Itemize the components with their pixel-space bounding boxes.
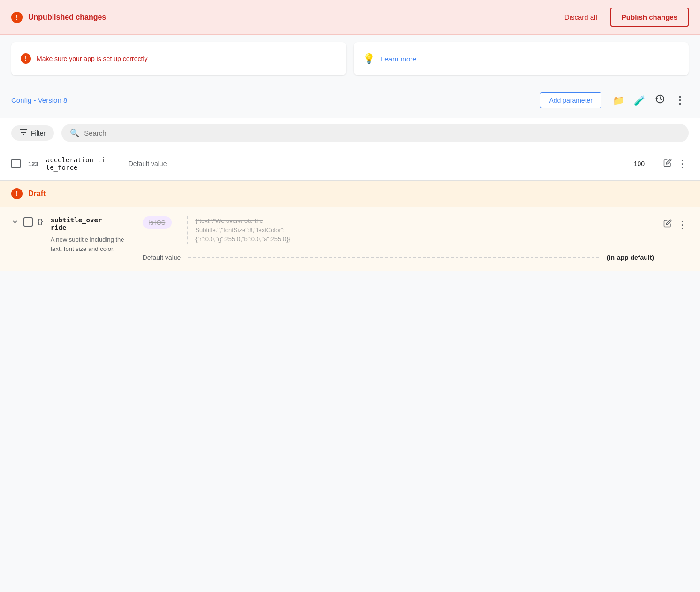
draft-warning-icon: ! — [11, 188, 23, 199]
card-warning-text: Make sure your app is set up correctly — [37, 55, 148, 62]
draft-label: Draft — [28, 190, 46, 198]
draft-row-actions: ⋮ — [662, 216, 689, 261]
default-value-label: Default value — [129, 160, 175, 167]
param-value: 100 — [183, 160, 654, 167]
type-icon: 123 — [28, 160, 38, 167]
collapse-chevron-icon[interactable] — [11, 216, 19, 228]
card-warning-icon: ! — [21, 53, 31, 64]
default-label-draft: Default value — [143, 254, 181, 261]
flask-icon-button[interactable]: 🧪 — [630, 91, 649, 110]
row-more-button[interactable]: ⋮ — [676, 156, 689, 171]
search-input[interactable] — [84, 129, 680, 137]
row-checkbox[interactable] — [11, 159, 21, 168]
default-row: Default value (in-app default) — [143, 254, 654, 261]
draft-param-row: {} subtitle_override A new subtitle incl… — [0, 207, 700, 271]
history-icon — [655, 94, 665, 106]
draft-more-icon: ⋮ — [677, 220, 687, 230]
draft-row-left: {} — [11, 216, 43, 261]
warning-icon: ! — [11, 12, 23, 23]
filter-search-row: Filter 🔍 — [0, 118, 700, 148]
unpublished-banner: ! Unpublished changes Discard all Publis… — [0, 0, 700, 35]
filter-label: Filter — [31, 129, 46, 137]
draft-edit-button[interactable] — [662, 217, 674, 232]
config-actions: 📁 🧪 ⋮ — [609, 90, 689, 110]
condition-value: {"text":"We overwrote the Subtitle.","fo… — [195, 216, 289, 244]
warning-card: ! Make sure your app is set up correctly — [11, 42, 346, 75]
curly-brace-icon: {} — [38, 217, 43, 225]
filter-icon — [20, 129, 27, 137]
history-icon-button[interactable] — [651, 90, 669, 110]
search-bar: 🔍 — [61, 124, 689, 142]
default-dashed-line — [188, 257, 599, 258]
draft-param-info: subtitle_override A new subtitle includi… — [51, 216, 135, 261]
config-title: Config - Version 8 — [11, 96, 540, 104]
draft-row-checkbox[interactable] — [23, 217, 33, 227]
condition-tag: is iOS — [143, 216, 172, 229]
discard-all-button[interactable]: Discard all — [557, 9, 605, 25]
draft-middle: is iOS {"text":"We overwrote the Subtitl… — [143, 216, 654, 261]
info-card: 💡 Learn more — [354, 42, 689, 75]
draft-param-desc: A new subtitle including the text, font … — [51, 235, 135, 253]
folder-icon: 📁 — [613, 95, 624, 106]
default-value-bold: (in-app default) — [607, 254, 654, 261]
row-actions: ⋮ — [662, 156, 689, 171]
draft-header: ! Draft — [0, 181, 700, 207]
draft-more-button[interactable]: ⋮ — [676, 217, 689, 232]
table-row: 123 acceleration_tile_force Default valu… — [0, 148, 700, 180]
publish-changes-button[interactable]: Publish changes — [610, 8, 689, 27]
folder-icon-button[interactable]: 📁 — [609, 91, 628, 110]
search-icon: 🔍 — [70, 129, 79, 137]
filter-button[interactable]: Filter — [11, 125, 54, 141]
condition-row: is iOS — [143, 216, 180, 229]
flask-icon: 🧪 — [634, 95, 646, 106]
draft-param-name: subtitle_override — [51, 216, 135, 231]
param-name: acceleration_tile_force — [46, 156, 121, 171]
more-options-button[interactable]: ⋮ — [671, 91, 689, 110]
params-table: Filter 🔍 123 acceleration_tile_force Def… — [0, 118, 700, 271]
row-more-icon: ⋮ — [677, 159, 687, 169]
banner-text: Unpublished changes — [28, 13, 551, 22]
bulb-icon: 💡 — [363, 53, 375, 64]
learn-more-link[interactable]: Learn more — [380, 55, 417, 63]
more-icon: ⋮ — [675, 94, 685, 106]
draft-section: ! Draft {} subtitle_override A new subti… — [0, 180, 700, 271]
edit-button[interactable] — [662, 157, 674, 171]
add-parameter-button[interactable]: Add parameter — [540, 92, 601, 108]
cards-row: ! Make sure your app is set up correctly… — [0, 35, 700, 83]
config-header: Config - Version 8 Add parameter 📁 🧪 ⋮ — [0, 83, 700, 118]
